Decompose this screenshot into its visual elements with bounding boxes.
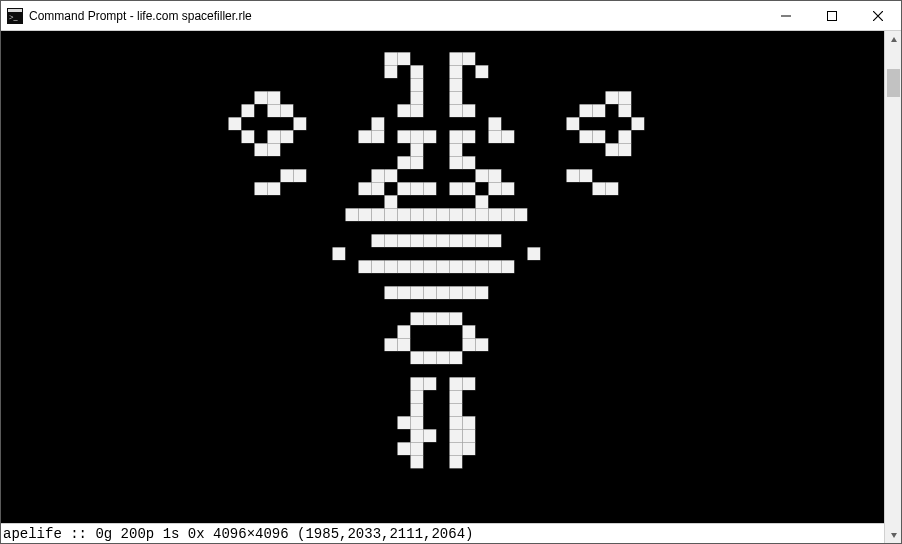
dead-cell <box>579 78 592 91</box>
dead-cell <box>566 208 579 221</box>
scroll-thumb[interactable] <box>887 69 900 97</box>
dead-cell <box>215 91 228 104</box>
dead-cell <box>553 104 566 117</box>
dead-cell <box>254 377 267 390</box>
dead-cell <box>358 104 371 117</box>
dead-cell <box>397 117 410 130</box>
dead-cell <box>605 416 618 429</box>
dead-cell <box>241 78 254 91</box>
dead-cell <box>631 247 644 260</box>
dead-cell <box>293 403 306 416</box>
dead-cell <box>436 104 449 117</box>
maximize-button[interactable] <box>809 1 855 30</box>
dead-cell <box>618 390 631 403</box>
live-cell <box>449 286 462 299</box>
dead-cell <box>267 52 280 65</box>
scroll-up-button[interactable] <box>885 31 902 48</box>
dead-cell <box>267 377 280 390</box>
dead-cell <box>228 351 241 364</box>
dead-cell <box>423 143 436 156</box>
close-button[interactable] <box>855 1 901 30</box>
live-cell <box>475 195 488 208</box>
dead-cell <box>423 65 436 78</box>
dead-cell <box>241 143 254 156</box>
dead-cell <box>436 377 449 390</box>
live-cell <box>410 208 423 221</box>
dead-cell <box>553 286 566 299</box>
vertical-scrollbar[interactable] <box>884 31 901 543</box>
live-cell <box>449 104 462 117</box>
dead-cell <box>449 247 462 260</box>
dead-cell <box>514 325 527 338</box>
dead-cell <box>527 312 540 325</box>
dead-cell <box>384 429 397 442</box>
dead-cell <box>566 390 579 403</box>
live-cell <box>488 169 501 182</box>
dead-cell <box>579 299 592 312</box>
dead-cell <box>280 312 293 325</box>
dead-cell <box>332 104 345 117</box>
dead-cell <box>488 351 501 364</box>
titlebar[interactable]: >_ Command Prompt - life.com spacefiller… <box>1 1 901 31</box>
dead-cell <box>358 117 371 130</box>
dead-cell <box>618 208 631 221</box>
live-cell <box>410 234 423 247</box>
live-cell <box>449 442 462 455</box>
dead-cell <box>566 260 579 273</box>
dead-cell <box>514 247 527 260</box>
dead-cell <box>605 130 618 143</box>
dead-cell <box>579 325 592 338</box>
dead-cell <box>306 208 319 221</box>
dead-cell <box>579 143 592 156</box>
dead-cell <box>436 247 449 260</box>
live-cell <box>423 377 436 390</box>
dead-cell <box>618 312 631 325</box>
live-cell <box>449 52 462 65</box>
dead-cell <box>579 247 592 260</box>
dead-cell <box>514 403 527 416</box>
minimize-button[interactable] <box>763 1 809 30</box>
dead-cell <box>397 455 410 468</box>
dead-cell <box>319 299 332 312</box>
dead-cell <box>618 442 631 455</box>
dead-cell <box>358 273 371 286</box>
life-canvas[interactable] <box>1 31 884 523</box>
dead-cell <box>319 429 332 442</box>
live-cell <box>436 234 449 247</box>
dead-cell <box>423 364 436 377</box>
live-cell <box>423 208 436 221</box>
dead-cell <box>644 442 657 455</box>
dead-cell <box>293 286 306 299</box>
cell-row <box>215 182 670 195</box>
dead-cell <box>501 351 514 364</box>
dead-cell <box>397 169 410 182</box>
dead-cell <box>592 273 605 286</box>
dead-cell <box>228 247 241 260</box>
dead-cell <box>657 403 670 416</box>
dead-cell <box>644 221 657 234</box>
dead-cell <box>215 156 228 169</box>
dead-cell <box>631 273 644 286</box>
cell-grid <box>215 52 670 468</box>
dead-cell <box>215 221 228 234</box>
dead-cell <box>631 234 644 247</box>
live-cell <box>371 117 384 130</box>
dead-cell <box>332 143 345 156</box>
dead-cell <box>293 234 306 247</box>
dead-cell <box>358 65 371 78</box>
dead-cell <box>384 455 397 468</box>
dead-cell <box>332 208 345 221</box>
live-cell <box>449 182 462 195</box>
live-cell <box>410 143 423 156</box>
live-cell <box>436 208 449 221</box>
dead-cell <box>293 104 306 117</box>
dead-cell <box>397 364 410 377</box>
dead-cell <box>306 65 319 78</box>
scroll-down-button[interactable] <box>885 526 902 543</box>
live-cell <box>449 390 462 403</box>
dead-cell <box>397 65 410 78</box>
dead-cell <box>592 169 605 182</box>
cell-row <box>215 234 670 247</box>
dead-cell <box>423 78 436 91</box>
dead-cell <box>280 91 293 104</box>
